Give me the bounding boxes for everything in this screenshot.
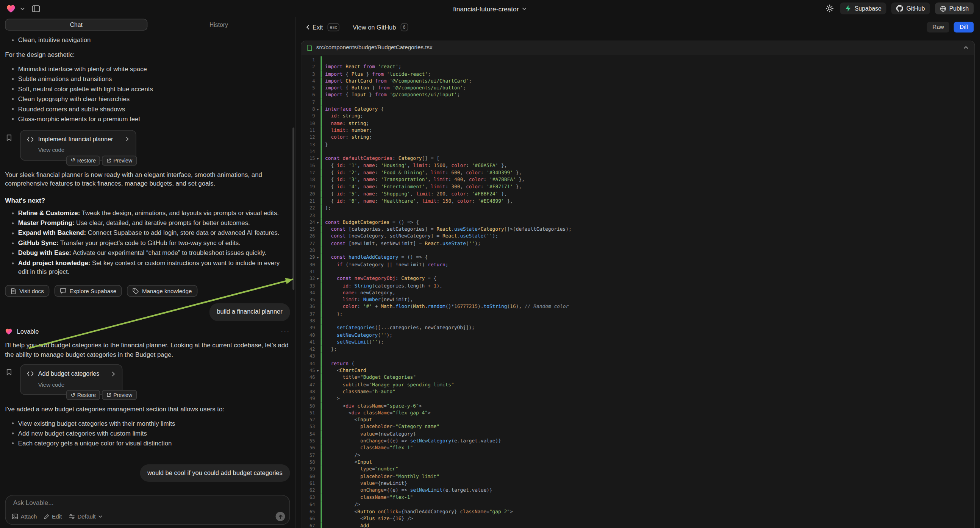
fold-chevron-icon[interactable]: ▾ — [315, 155, 321, 162]
code-text: { id: '3', name: 'Transportation', limit… — [322, 176, 525, 183]
code-text: color: string; — [322, 134, 372, 141]
fold-spacer — [315, 445, 321, 452]
composer-input[interactable] — [13, 499, 282, 506]
send-button[interactable] — [276, 512, 285, 521]
fold-chevron-icon[interactable]: ▾ — [315, 106, 321, 113]
project-name-button[interactable]: financial-future-creator — [453, 5, 527, 12]
code-line: 27 const [newLimit, setNewLimit] = React… — [301, 240, 974, 247]
composer[interactable]: Attach Edit Default — [5, 495, 290, 525]
fold-spacer — [315, 212, 321, 219]
code-line: 25 const [categories, setCategories] = R… — [301, 226, 974, 233]
fold-spacer — [315, 70, 321, 78]
fold-spacer — [315, 304, 321, 310]
preview-button[interactable]: Preview — [102, 155, 136, 165]
whats-next-heading: What's next? — [5, 196, 290, 205]
fold-chevron-icon[interactable]: ▾ — [315, 219, 321, 226]
fold-spacer — [315, 261, 321, 268]
code-text: }; — [322, 310, 343, 317]
attach-button[interactable]: Attach — [12, 513, 37, 519]
list-item-title: Debug with Ease: — [18, 249, 71, 256]
fold-spacer — [315, 501, 321, 508]
code-line: 41 setNewLimit(''); — [301, 339, 974, 346]
list-item-title: Expand with Backend: — [18, 229, 86, 236]
fold-spacer — [315, 191, 321, 198]
line-number: 8 — [301, 106, 315, 113]
collapse-chevron-icon[interactable] — [963, 45, 969, 49]
edit-card-title: Implement financial planner — [38, 135, 113, 144]
line-number: 29 — [301, 254, 315, 261]
list-item: Each category gets a unique color for vi… — [11, 439, 290, 448]
code-text: }; — [322, 346, 337, 353]
code-line: 8▾interface Category { — [301, 106, 974, 113]
logo-menu-chevron-icon[interactable] — [20, 6, 25, 11]
code-text: limit: number; — [322, 127, 372, 134]
list-item: Clean typography with clear hierarchies — [11, 95, 290, 103]
bookmark-icon[interactable] — [6, 369, 12, 375]
code-panel: Exit esc View on GitHub 6 Raw Diff src/c… — [296, 17, 980, 528]
line-number: 56 — [301, 445, 315, 452]
explore-supabase-label: Explore Supabase — [69, 288, 116, 294]
code-text: title="Budget Categories" — [322, 374, 416, 381]
publish-button[interactable]: Publish — [935, 3, 974, 14]
edit-block-add-budget-categories: Add budget categories View code ↺Restore… — [20, 364, 123, 395]
restore-button[interactable]: ↺Restore — [66, 155, 100, 165]
code-text: className="flex-1" — [322, 445, 413, 452]
sidebar-toggle-icon[interactable] — [32, 5, 40, 12]
github-button[interactable]: GitHub — [891, 3, 930, 14]
line-number: 36 — [301, 304, 315, 310]
raw-button[interactable]: Raw — [927, 22, 950, 32]
line-number: 28 — [301, 247, 315, 254]
code-line: 53 placeholder="Category name" — [301, 423, 974, 431]
code-icon — [27, 137, 34, 142]
exit-button[interactable]: Exit — [306, 24, 323, 30]
fold-chevron-icon[interactable]: ▾ — [315, 254, 321, 261]
line-number: 47 — [301, 381, 315, 388]
fold-chevron-icon[interactable]: ▾ — [315, 275, 321, 282]
line-number: 20 — [301, 191, 315, 198]
view-code-label[interactable]: View code — [38, 380, 116, 390]
code-text: import { Button } from '@/components/ui/… — [322, 84, 466, 92]
scrollbar-thumb[interactable] — [293, 128, 294, 290]
diff-button[interactable]: Diff — [954, 22, 974, 32]
view-code-label[interactable]: View code — [38, 145, 130, 154]
edit-button[interactable]: Edit — [44, 513, 62, 519]
line-number: 31 — [301, 268, 315, 275]
view-on-github-button[interactable]: View on GitHub — [353, 24, 396, 30]
line-number: 65 — [301, 508, 315, 515]
tab-history[interactable]: History — [147, 19, 290, 30]
fold-spacer — [315, 197, 321, 205]
code-text: interface Category { — [322, 106, 384, 113]
visit-docs-button[interactable]: Visit docs — [5, 285, 49, 297]
code-text — [322, 212, 325, 219]
manage-knowledge-button[interactable]: Manage knowledge — [127, 285, 197, 297]
code-editor[interactable]: 12import React from 'react';3import { Pl… — [301, 54, 974, 528]
explore-supabase-button[interactable]: Explore Supabase — [54, 285, 122, 297]
code-line: 29▾ const handleAddCategory = () => { — [301, 254, 974, 261]
preview-button[interactable]: Preview — [102, 390, 136, 400]
file-header[interactable]: src/components/budget/BudgetCategories.t… — [301, 41, 974, 54]
supabase-button[interactable]: Supabase — [840, 3, 886, 14]
line-number: 15 — [301, 155, 315, 162]
lovable-logo[interactable] — [6, 4, 16, 13]
line-number: 34 — [301, 289, 315, 297]
settings-gear-icon[interactable] — [826, 5, 834, 13]
code-text: { id: '2', name: 'Food & Dining', limit:… — [322, 169, 522, 177]
line-number: 1 — [301, 56, 315, 63]
line-number: 54 — [301, 430, 315, 437]
default-mode-button[interactable]: Default — [68, 513, 102, 519]
code-line: 43 — [301, 353, 974, 360]
assistant-intro-paragraph: I'll help you add budget categories to t… — [5, 341, 290, 359]
line-number: 51 — [301, 409, 315, 416]
code-line: 11 limit: number; — [301, 127, 974, 134]
restore-button[interactable]: ↺Restore — [66, 390, 100, 400]
tab-chat[interactable]: Chat — [5, 19, 147, 30]
code-text: /> — [322, 501, 360, 508]
fold-spacer — [315, 77, 321, 84]
fold-spacer — [315, 515, 321, 522]
message-options-button[interactable]: ··· — [281, 328, 290, 334]
fold-chevron-icon[interactable]: ▾ — [315, 367, 321, 374]
code-line: 57 /> — [301, 452, 974, 459]
line-number: 30 — [301, 261, 315, 268]
restore-icon: ↺ — [70, 157, 75, 163]
bookmark-icon[interactable] — [6, 134, 12, 141]
